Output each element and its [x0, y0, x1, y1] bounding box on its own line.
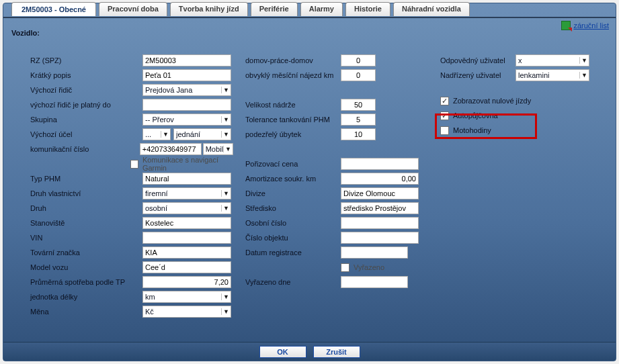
select-druh-vlast[interactable]: firemní ▼ [142, 187, 231, 199]
label-kratky-popis: Krátký popis [25, 71, 142, 79]
input-tolerance[interactable] [341, 113, 376, 126]
checkbox-motohodiny-label: Motohodiny [453, 126, 491, 134]
content-area: záruční list Vozidlo: RZ (SPZ) Krátký po… [3, 17, 616, 361]
select-odp-uziv-value: x [518, 56, 522, 64]
select-vychozi-ridic[interactable]: Prejdová Jana ▼ [142, 84, 231, 96]
tab-bar: 2M50003 - Obecné Pracovní doba Tvorba kn… [11, 2, 470, 16]
select-kom-cislo-typ-value: Mobil [206, 145, 223, 153]
label-tolerance: Tolerance tankování PHM [240, 116, 341, 124]
label-spotreba: Průměrná spotřeba podle TP [25, 278, 142, 286]
tab-nahradni-vozidla[interactable]: Náhradní vozidla [393, 2, 470, 16]
input-typ-phm[interactable] [142, 173, 231, 185]
input-znacka[interactable] [142, 246, 231, 259]
input-najezd[interactable] [341, 69, 376, 81]
tab-alarmy[interactable]: Alarmy [300, 2, 343, 16]
input-stanoviste[interactable] [142, 217, 231, 229]
label-odp-uziv: Odpovědný uživatel [435, 56, 515, 64]
select-nad-uziv-value: lenkamini [518, 71, 549, 79]
input-datum-reg[interactable] [341, 246, 408, 259]
checkbox-autopujcovna-label: Autopůjčovna [453, 111, 498, 120]
input-spotreba[interactable] [142, 276, 231, 288]
label-jednotka: jednotka délky [25, 293, 142, 301]
tab-periferie[interactable]: Periférie [251, 2, 298, 16]
chevron-down-icon: ▼ [221, 190, 231, 197]
label-model: Model vozu [25, 263, 142, 271]
select-vychozi-ucel-short[interactable]: ... ▼ [142, 128, 171, 140]
chevron-down-icon: ▼ [221, 308, 231, 315]
chevron-down-icon: ▼ [579, 57, 589, 64]
input-poriz[interactable] [341, 158, 419, 170]
select-odp-uziv[interactable]: x ▼ [515, 54, 589, 66]
checkbox-autopujcovna[interactable]: ✓ Autopůjčovna [440, 111, 498, 120]
checkbox-garmin-label: Komunikace s navigací Garmin [142, 156, 233, 172]
input-rz[interactable] [142, 54, 231, 66]
input-dpd[interactable] [341, 54, 376, 66]
input-vychozi-ridic-platny[interactable] [142, 99, 231, 111]
input-objekt[interactable] [341, 232, 419, 244]
tab-obecne[interactable]: 2M50003 - Obecné [11, 2, 96, 16]
input-kratky-popis[interactable] [142, 69, 231, 81]
label-nad-uziv: Nadřízený uživatel [435, 71, 515, 79]
ok-button[interactable]: OK [259, 346, 306, 358]
label-kom-cislo: komunikační číslo [25, 145, 140, 153]
checkbox-garmin[interactable]: Komunikace s navigací Garmin [130, 156, 233, 172]
label-stanoviste: Stanoviště [25, 219, 142, 227]
select-skupina-value: -- Přerov [145, 116, 174, 124]
select-vychozi-ucel-value: jednání [176, 130, 200, 138]
select-mena-value: Kč [145, 308, 154, 316]
input-vyrazeno-dne[interactable] [341, 276, 408, 288]
input-vin[interactable] [142, 232, 231, 244]
tab-pracovni-doba[interactable]: Pracovní doba [99, 2, 167, 16]
checkbox-vyrazeno-label: Vyřazeno [354, 263, 384, 271]
label-divize: Divize [240, 189, 341, 197]
select-nad-uziv[interactable]: lenkamini ▼ [515, 69, 589, 81]
label-znacka: Tovární značka [25, 248, 142, 257]
chevron-down-icon: ▼ [221, 131, 231, 138]
label-typ-phm: Typ PHM [25, 175, 142, 183]
warranty-link[interactable]: záruční list [561, 21, 609, 30]
input-kom-cislo[interactable] [140, 143, 202, 155]
chevron-down-icon: ▼ [221, 205, 231, 212]
label-vyrazeno-dne: Vyřazeno dne [240, 278, 341, 286]
input-model[interactable] [142, 261, 231, 273]
input-nadrz[interactable] [341, 99, 376, 111]
excel-export-icon [561, 21, 571, 30]
tab-historie[interactable]: Historie [345, 2, 390, 16]
checkbox-motohodiny[interactable]: Motohodiny [440, 126, 491, 135]
select-jednotka[interactable]: km ▼ [142, 291, 231, 303]
input-oscislo[interactable] [341, 217, 419, 229]
column-1: RZ (SPZ) Krátký popis Výchozí řidič Prej… [25, 53, 233, 319]
label-ubytek: podezřelý úbytek [240, 130, 341, 138]
select-kom-cislo-typ[interactable]: Mobil ▼ [203, 143, 233, 155]
select-druh[interactable]: osobní ▼ [142, 202, 231, 214]
column-2: domov-práce-domov obvyklý měsíční nájezd… [240, 53, 421, 289]
input-stredisko[interactable] [341, 202, 419, 214]
checkbox-vyrazeno[interactable]: Vyřazeno [341, 263, 384, 272]
input-amort[interactable] [341, 173, 419, 185]
select-vychozi-ucel[interactable]: jednání ▼ [173, 128, 231, 140]
checkbox-nulove-jizdy[interactable]: ✓ Zobrazovat nulové jízdy [440, 97, 531, 105]
tab-tvorba-knihy[interactable]: Tvorba knihy jízd [170, 2, 248, 16]
vehicle-detail-panel: 2M50003 - Obecné Pracovní doba Tvorba kn… [3, 3, 616, 361]
label-vychozi-ridic: Výchozí řidič [25, 86, 142, 94]
label-druh-vlast: Druh vlastnictví [25, 189, 142, 197]
checkbox-nulove-label: Zobrazovat nulové jízdy [453, 97, 531, 105]
label-najezd: obvyklý měsíční nájezd km [240, 71, 341, 79]
chevron-down-icon: ▼ [221, 293, 231, 300]
select-skupina[interactable]: -- Přerov ▼ [142, 113, 231, 126]
chevron-down-icon: ▼ [579, 72, 589, 79]
input-ubytek[interactable] [341, 128, 376, 140]
checkbox-checked-icon: ✓ [440, 97, 449, 105]
checkbox-box-icon [341, 263, 349, 272]
chevron-down-icon: ▼ [221, 116, 231, 123]
label-stredisko: Středisko [240, 204, 341, 212]
chevron-down-icon: ▼ [223, 146, 233, 152]
select-vychozi-ridic-value: Prejdová Jana [145, 86, 192, 94]
label-druh: Druh [25, 204, 142, 212]
label-datum-reg: Datum registrace [240, 248, 341, 257]
cancel-button[interactable]: Zrušit [313, 346, 360, 358]
select-vychozi-ucel-short-value: ... [145, 130, 151, 138]
input-divize[interactable] [341, 187, 419, 199]
warranty-link-label: záruční list [573, 21, 609, 30]
select-mena[interactable]: Kč ▼ [142, 306, 231, 318]
